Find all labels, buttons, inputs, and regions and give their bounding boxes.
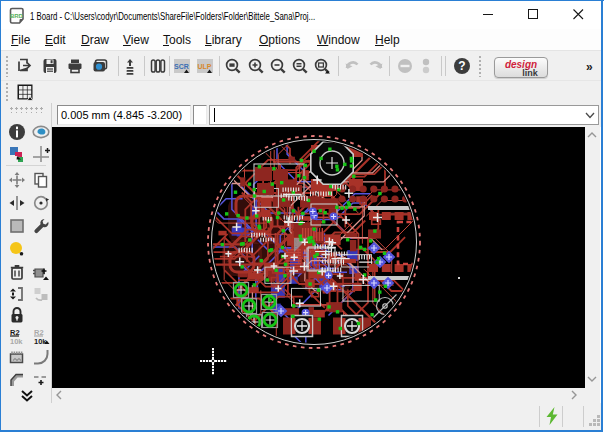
menu-edit[interactable]: Edit — [45, 32, 66, 49]
zoom-select-button[interactable] — [312, 55, 332, 77]
menu-tools[interactable]: Tools — [163, 32, 191, 49]
info-tool[interactable] — [7, 122, 27, 142]
vertical-scrollbar[interactable] — [585, 127, 600, 403]
rotate-icon — [32, 194, 50, 212]
brd-file-icon: BRD — [8, 7, 25, 26]
value-tool[interactable]: R2 10k — [31, 326, 51, 346]
smash-tool[interactable] — [7, 347, 27, 367]
help-icon: ? — [453, 57, 471, 75]
move-icon — [8, 171, 26, 189]
group-tool[interactable] — [7, 216, 27, 236]
rotate-tool[interactable] — [31, 193, 51, 213]
switch-editor-button[interactable] — [121, 55, 139, 77]
copy-tool[interactable] — [31, 170, 51, 190]
menu-window[interactable]: Window — [317, 32, 360, 49]
board-canvas[interactable] — [52, 127, 585, 388]
zoom-in-button[interactable] — [246, 55, 265, 77]
chevron-left-icon[interactable] — [54, 389, 63, 401]
zoom-out-icon — [269, 57, 287, 75]
menu-draw[interactable]: Draw — [81, 32, 109, 49]
run-script-button[interactable]: SCR — [171, 55, 192, 77]
add-tool[interactable] — [31, 262, 51, 282]
delete-tool[interactable] — [7, 262, 27, 282]
svg-text:ULP: ULP — [197, 63, 211, 70]
horizontal-scrollbar[interactable] — [52, 388, 585, 403]
info-icon — [8, 123, 26, 141]
svg-text:?: ? — [458, 59, 465, 73]
run-ulp-button[interactable]: ULP — [194, 55, 215, 77]
optimize-tool[interactable] — [31, 370, 51, 390]
print-button[interactable] — [64, 55, 86, 77]
mark-display — [193, 105, 207, 125]
change-tool[interactable] — [31, 216, 51, 236]
mirror-tool[interactable] — [7, 193, 27, 213]
toolbar-handle[interactable] — [478, 55, 482, 77]
display-tool[interactable] — [7, 144, 27, 164]
design-link-label-1: design — [495, 60, 547, 69]
go-button[interactable] — [417, 55, 435, 77]
chevron-up-icon[interactable] — [586, 130, 598, 139]
svg-text:R2: R2 — [34, 328, 44, 337]
chevron-down-icon[interactable] — [586, 374, 598, 383]
undo-button[interactable] — [343, 55, 363, 77]
toolbar-separator — [445, 56, 446, 76]
zoom-fit-button[interactable] — [223, 55, 242, 77]
name-tool[interactable]: R2 10k — [7, 326, 27, 346]
coordinate-display: 0.005 mm (4.845 -3.200) — [57, 105, 191, 125]
zoom-out-button[interactable] — [268, 55, 287, 77]
save-button[interactable] — [39, 55, 61, 77]
help-button[interactable]: ? — [452, 55, 472, 77]
paste-icon — [8, 240, 26, 258]
toolbar-separator — [338, 56, 339, 76]
redo-button[interactable] — [365, 55, 385, 77]
smash-icon — [8, 348, 26, 366]
minimize-button[interactable] — [466, 0, 511, 29]
menu-view[interactable]: View — [123, 32, 149, 49]
close-button[interactable] — [556, 0, 601, 29]
wrench-icon — [32, 217, 50, 235]
cam-processor-button[interactable] — [89, 55, 111, 77]
maximize-button[interactable] — [511, 0, 556, 29]
save-icon — [41, 57, 59, 75]
split-tool[interactable] — [7, 370, 27, 390]
toolbar-separator — [219, 56, 220, 76]
palette-handle[interactable] — [9, 106, 45, 113]
toolbar-handle[interactable] — [5, 82, 9, 101]
menu-bar: FileEditDrawViewToolsLibraryOptionsWindo… — [1, 29, 601, 51]
statusbar-separator — [539, 406, 540, 427]
command-input[interactable] — [209, 105, 599, 125]
palette-separator — [6, 165, 46, 166]
toolbar-separator — [389, 56, 390, 76]
zoom-exact-button[interactable] — [290, 55, 309, 77]
drc-status[interactable] — [545, 407, 559, 425]
replace-icon — [32, 285, 50, 303]
design-link-button[interactable]: design link — [494, 57, 548, 78]
more-tools-button[interactable] — [20, 390, 34, 402]
design-link-label-2: link — [513, 69, 547, 77]
display-icon — [8, 145, 26, 163]
grid-toolbar — [1, 81, 601, 103]
paste-tool[interactable] — [7, 239, 27, 259]
move-tool[interactable] — [7, 170, 27, 190]
lock-tool[interactable] — [7, 305, 27, 325]
combo-dropdown-icon[interactable] — [585, 112, 595, 119]
stop-button[interactable] — [395, 55, 414, 77]
miter-tool[interactable] — [31, 347, 51, 367]
grid-button[interactable] — [14, 82, 35, 102]
open-button[interactable] — [13, 55, 35, 77]
sheets-button[interactable] — [147, 55, 168, 77]
chevron-right-icon[interactable] — [570, 389, 579, 401]
menu-help[interactable]: Help — [375, 32, 400, 49]
menu-library[interactable]: Library — [205, 32, 242, 49]
menu-options[interactable]: Options — [259, 32, 300, 49]
menu-file[interactable]: File — [11, 32, 30, 49]
replace-tool[interactable] — [31, 284, 51, 304]
pinswap-tool[interactable] — [7, 284, 27, 304]
mark-tool[interactable] — [31, 144, 51, 164]
resize-grip[interactable] — [588, 414, 601, 427]
show-tool[interactable] — [31, 122, 51, 142]
toolbar-handle[interactable] — [5, 55, 9, 77]
mark-icon — [32, 145, 50, 163]
toolbar-overflow-button[interactable]: » — [586, 60, 602, 74]
minimize-icon — [483, 9, 494, 20]
